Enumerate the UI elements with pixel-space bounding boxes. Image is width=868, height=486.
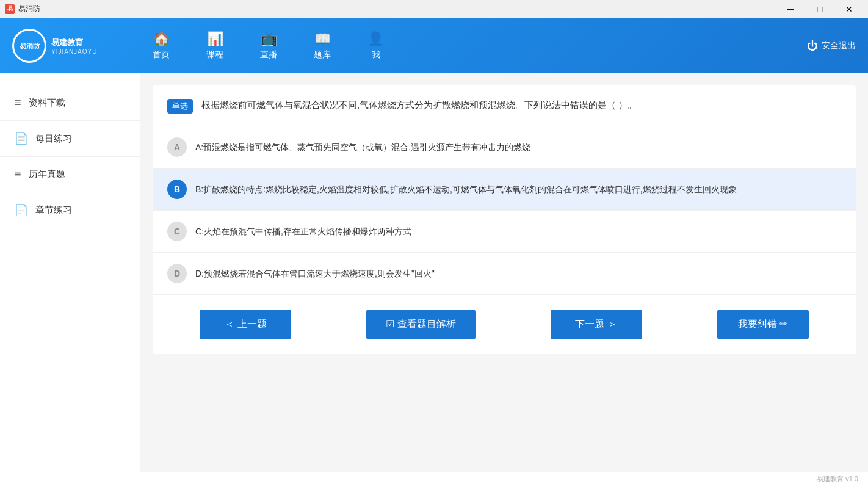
option-c-badge: C — [167, 222, 187, 241]
logo-circle: 易消防 — [12, 29, 46, 63]
me-icon: 👤 — [367, 31, 384, 47]
footer: 易建教育 v1.0 — [140, 472, 868, 486]
doc-icon-2: 📄 — [15, 203, 28, 217]
live-icon: 📺 — [261, 31, 277, 47]
nav-bank-label: 题库 — [314, 49, 331, 60]
close-button[interactable]: ✕ — [835, 0, 863, 18]
option-a-letter: A — [174, 142, 180, 152]
option-b-row[interactable]: B B:扩散燃烧的特点:燃烧比较稳定,火焰温度相对较低,扩散火焰不运动,可燃气体… — [153, 169, 856, 211]
option-a-text: A:预混燃烧是指可燃气体、蒸气预先同空气（或氧）混合,遇引火源产生带有冲击力的燃… — [195, 137, 530, 154]
logo-org-text: 易建教育 — [51, 37, 97, 48]
option-b-badge: B — [167, 180, 187, 199]
doc-icon-1: 📄 — [15, 132, 28, 145]
app-logo-small: 易 — [5, 4, 15, 14]
logout-label: 安全退出 — [822, 40, 856, 51]
option-b-letter: B — [174, 184, 180, 194]
version-text: 易建教育 v1.0 — [817, 475, 858, 482]
nav-item-bank[interactable]: 📖 题库 — [295, 24, 349, 68]
nav-header: 易消防 易建教育 YIJIANJAOYU 🏠 首页 📊 课程 📺 直播 📖 题库… — [0, 18, 868, 73]
nav-me-label: 我 — [372, 49, 380, 60]
next-button[interactable]: 下一题 ＞ — [551, 310, 642, 339]
nav-item-course[interactable]: 📊 课程 — [188, 24, 242, 68]
question-card: 单选 根据燃烧前可燃气体与氧混合状况不同,气体燃烧方式分为扩散燃烧和预混燃烧。下… — [153, 85, 856, 295]
question-header: 单选 根据燃烧前可燃气体与氧混合状况不同,气体燃烧方式分为扩散燃烧和预混燃烧。下… — [153, 85, 856, 126]
action-bar: ＜ 上一题 ☑ 查看题目解析 下一题 ＞ 我要纠错 ✏ — [153, 295, 856, 354]
prev-button[interactable]: ＜ 上一题 — [200, 310, 291, 339]
list-icon-2: ≡ — [15, 168, 21, 181]
option-a-row[interactable]: A A:预混燃烧是指可燃气体、蒸气预先同空气（或氧）混合,遇引火源产生带有冲击力… — [153, 126, 856, 169]
nav-logo: 易消防 易建教育 YIJIANJAOYU — [12, 29, 110, 63]
option-c-letter: C — [174, 227, 180, 236]
home-icon: 🏠 — [153, 31, 170, 47]
option-d-text: D:预混燃烧若混合气体在管口流速大于燃烧速度,则会发生"回火" — [195, 264, 435, 280]
window-controls: ─ □ ✕ — [776, 0, 863, 18]
option-c-text: C:火焰在预混气中传播,存在正常火焰传播和爆炸两种方式 — [195, 222, 411, 238]
nav-course-label: 课程 — [206, 49, 223, 60]
sidebar: ≡ 资料下载 📄 每日练习 ≡ 历年真题 📄 章节练习 — [0, 73, 140, 486]
app-title: 易消防 — [18, 4, 40, 14]
nav-home-label: 首页 — [153, 49, 170, 60]
course-icon: 📊 — [207, 31, 223, 47]
option-c-row[interactable]: C C:火焰在预混气中传播,存在正常火焰传播和爆炸两种方式 — [153, 211, 856, 253]
title-bar: 易 易消防 ─ □ ✕ — [0, 0, 868, 18]
title-bar-left: 易 易消防 — [5, 4, 40, 14]
logo-top-text: 易消防 — [20, 42, 40, 51]
minimize-button[interactable]: ─ — [776, 0, 805, 18]
sidebar-item-history[interactable]: ≡ 历年真题 — [0, 157, 140, 192]
sidebar-item-chapter[interactable]: 📄 章节练习 — [0, 192, 140, 228]
question-text: 根据燃烧前可燃气体与氧混合状况不同,气体燃烧方式分为扩散燃烧和预混燃烧。下列说法… — [201, 98, 637, 112]
content-area: 单选 根据燃烧前可燃气体与氧混合状况不同,气体燃烧方式分为扩散燃烧和预混燃烧。下… — [140, 73, 868, 486]
sidebar-label-download: 资料下载 — [29, 97, 65, 109]
nav-items: 🏠 首页 📊 课程 📺 直播 📖 题库 👤 我 — [134, 24, 807, 68]
maximize-button[interactable]: □ — [806, 0, 834, 18]
report-button[interactable]: 我要纠错 ✏ — [717, 310, 809, 339]
option-b-text: B:扩散燃烧的特点:燃烧比较稳定,火焰温度相对较低,扩散火焰不运动,可燃气体与气… — [195, 180, 737, 196]
sidebar-label-history: 历年真题 — [29, 169, 65, 180]
list-icon-1: ≡ — [15, 96, 21, 109]
logout-button[interactable]: ⏻ 安全退出 — [807, 40, 856, 53]
logo-text-block: 易建教育 YIJIANJAOYU — [51, 37, 97, 55]
question-type-badge: 单选 — [167, 99, 193, 114]
logo-sub-text: YIJIANJAOYU — [51, 48, 97, 55]
bank-icon: 📖 — [314, 31, 331, 47]
nav-item-home[interactable]: 🏠 首页 — [134, 24, 188, 68]
nav-item-me[interactable]: 👤 我 — [349, 24, 402, 68]
nav-live-label: 直播 — [260, 49, 277, 60]
sidebar-item-daily[interactable]: 📄 每日练习 — [0, 121, 140, 157]
sidebar-label-chapter: 章节练习 — [35, 205, 72, 216]
option-d-letter: D — [174, 269, 180, 278]
main-layout: ≡ 资料下载 📄 每日练习 ≡ 历年真题 📄 章节练习 单选 根据燃烧前可燃气体… — [0, 73, 868, 486]
option-d-row[interactable]: D D:预混燃烧若混合气体在管口流速大于燃烧速度,则会发生"回火" — [153, 253, 856, 295]
power-icon: ⏻ — [807, 40, 818, 53]
analysis-button[interactable]: ☑ 查看题目解析 — [366, 310, 475, 339]
sidebar-label-daily: 每日练习 — [35, 133, 72, 145]
option-d-badge: D — [167, 264, 187, 283]
option-a-badge: A — [167, 137, 187, 157]
nav-item-live[interactable]: 📺 直播 — [242, 24, 295, 68]
sidebar-item-download[interactable]: ≡ 资料下载 — [0, 85, 140, 121]
